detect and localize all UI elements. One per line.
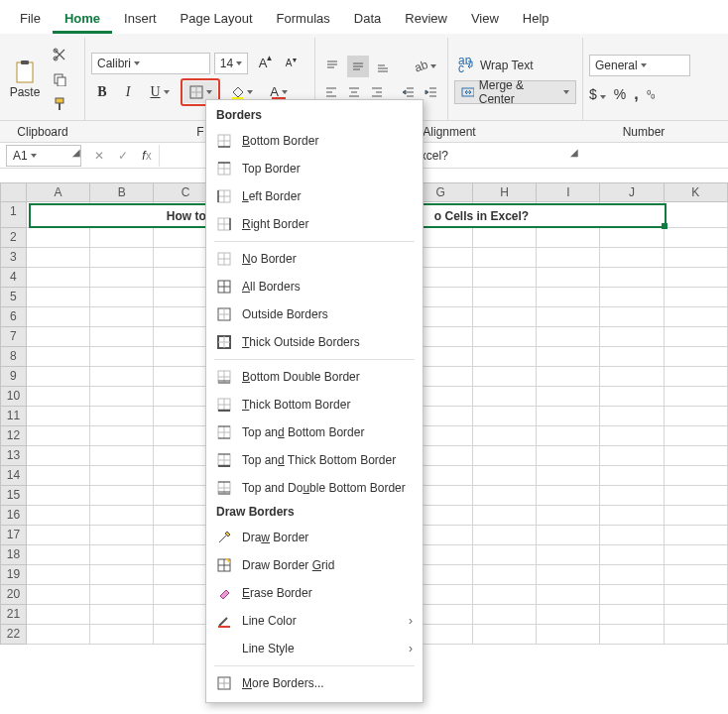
cell[interactable] [665,202,728,228]
cell[interactable] [665,466,728,486]
tab-data[interactable]: Data [342,6,393,34]
cell[interactable] [473,248,537,268]
cell[interactable] [27,228,90,248]
col-header[interactable]: H [473,182,537,202]
cell[interactable] [27,288,90,307]
cell[interactable] [665,387,728,407]
menu-topbottom[interactable]: Top and Bottom Border [206,418,423,446]
align-middle-button[interactable] [347,56,369,77]
font-name-combo[interactable]: Calibri [91,53,210,74]
cell[interactable] [600,585,664,605]
cell[interactable] [600,228,664,248]
cell[interactable] [665,248,728,268]
cell[interactable] [27,327,90,347]
cell[interactable] [473,565,537,585]
bold-button[interactable]: B [91,81,113,103]
cell[interactable] [665,307,728,327]
accounting-format-button[interactable]: $ [589,86,606,102]
menu-right[interactable]: Right Border [206,210,423,238]
cell[interactable] [27,565,90,585]
cell[interactable] [473,486,537,506]
font-size-combo[interactable]: 14 [214,53,248,74]
cell[interactable] [600,446,664,466]
cell[interactable] [473,526,537,545]
cell[interactable] [90,486,154,506]
cell[interactable] [27,307,90,327]
menu-grid[interactable]: Draw Border Grid [206,551,423,579]
cell[interactable] [537,585,600,605]
menu-thickout[interactable]: Thick Outside Borders [206,328,423,356]
cell[interactable] [473,367,537,387]
cell[interactable] [537,387,600,407]
cell[interactable] [537,228,600,248]
cell[interactable] [27,446,90,466]
cell[interactable] [27,387,90,407]
cell[interactable] [90,526,154,545]
cell[interactable] [90,248,154,268]
row-header[interactable]: 4 [0,268,27,288]
cell[interactable] [600,625,664,645]
tab-home[interactable]: Home [53,6,112,34]
row-header[interactable]: 17 [0,526,27,545]
cell[interactable] [473,288,537,307]
row-header[interactable]: 5 [0,288,27,307]
cell[interactable] [600,466,664,486]
paste-button[interactable]: Paste [10,59,40,100]
row-header[interactable]: 7 [0,327,27,347]
menu-bottom[interactable]: Bottom Border [206,127,423,155]
italic-button[interactable]: I [117,81,139,103]
cell[interactable] [537,466,600,486]
cell[interactable] [600,307,664,327]
row-header[interactable]: 3 [0,248,27,268]
cell[interactable] [537,367,600,387]
cell[interactable] [27,545,90,565]
cell[interactable] [27,347,90,367]
cell[interactable] [90,605,154,625]
menu-outside[interactable]: Outside Borders [206,300,423,328]
cell[interactable] [473,327,537,347]
cell[interactable] [27,407,90,426]
tab-formulas[interactable]: Formulas [265,6,342,34]
menu-color[interactable]: Line Color› [206,607,423,635]
fx-button[interactable]: fx [135,145,159,167]
cell[interactable] [600,387,664,407]
cell[interactable] [537,307,600,327]
orientation-button[interactable]: ab [408,56,441,77]
cell[interactable] [27,268,90,288]
clipboard-launcher[interactable]: ◢ [70,147,82,159]
cell[interactable] [600,486,664,506]
cell[interactable] [537,565,600,585]
cell[interactable] [27,486,90,506]
copy-button[interactable] [49,68,70,90]
cell[interactable] [90,367,154,387]
row-header[interactable]: 20 [0,585,27,605]
select-all-corner[interactable] [0,182,27,202]
cell[interactable] [537,407,600,426]
cell[interactable] [27,506,90,526]
col-header[interactable]: A [27,182,90,202]
shrink-font-button[interactable]: A▼ [278,53,300,74]
cell[interactable] [27,466,90,486]
cell[interactable] [90,268,154,288]
cell[interactable] [665,446,728,466]
grow-font-button[interactable]: A▲ [252,53,274,74]
cell[interactable] [537,288,600,307]
cell[interactable] [537,446,600,466]
cell[interactable] [90,327,154,347]
cell[interactable] [537,486,600,506]
row-header[interactable]: 11 [0,407,27,426]
cell[interactable] [27,248,90,268]
cell[interactable] [90,446,154,466]
comma-button[interactable]: , [634,85,638,103]
menu-topthickb[interactable]: Top and Thick Bottom Border [206,446,423,474]
cell[interactable] [90,407,154,426]
underline-button[interactable]: U [143,81,177,103]
menu-none[interactable]: No Border [206,245,423,273]
row-header[interactable]: 18 [0,545,27,565]
menu-top[interactable]: Top Border [206,155,423,182]
cell[interactable] [600,367,664,387]
cell[interactable] [90,466,154,486]
row-header[interactable]: 8 [0,347,27,367]
cell[interactable] [537,625,600,645]
cell[interactable] [600,545,664,565]
